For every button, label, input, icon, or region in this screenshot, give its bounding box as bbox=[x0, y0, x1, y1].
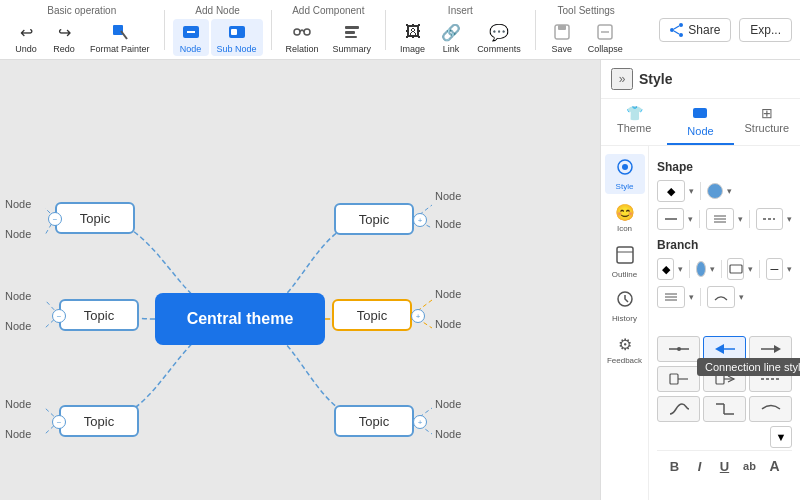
topic-node-t6[interactable]: Topic bbox=[334, 405, 414, 437]
shape-color-dot[interactable] bbox=[707, 183, 723, 199]
history-side-label: History bbox=[612, 314, 637, 323]
shape-row-1: ◆ ▾ ▾ bbox=[657, 180, 792, 202]
topic-node-t1[interactable]: Topic bbox=[55, 202, 135, 234]
link-button[interactable]: 🔗 Link bbox=[433, 19, 469, 56]
side-icon-btn[interactable]: 😊 Icon bbox=[605, 198, 645, 238]
shape-line-btn[interactable] bbox=[657, 208, 684, 230]
format-painter-button[interactable]: Format Painter bbox=[84, 19, 156, 56]
basic-op-label: Basic operation bbox=[47, 5, 116, 16]
align-btn[interactable] bbox=[706, 208, 733, 230]
branch-section-title: Branch bbox=[657, 238, 792, 252]
side-style-btn[interactable]: Style bbox=[605, 154, 645, 194]
undo-button[interactable]: ↩ Undo bbox=[8, 19, 44, 56]
conn-btn-8[interactable] bbox=[703, 396, 746, 422]
side-feedback-btn[interactable]: ⚙ Feedback bbox=[605, 330, 645, 370]
topic-node-t3[interactable]: Topic bbox=[59, 299, 139, 331]
toolbar: Basic operation ↩ Undo ↪ Redo Format Pai… bbox=[0, 0, 800, 60]
branch-fill-btn[interactable]: ◆ bbox=[657, 258, 674, 280]
node-tab-icon bbox=[667, 105, 733, 124]
tab-structure[interactable]: ⊞ Structure bbox=[734, 99, 800, 145]
outline-icon bbox=[616, 246, 634, 268]
topic-node-t4[interactable]: Topic bbox=[332, 299, 412, 331]
svg-point-51 bbox=[677, 347, 681, 351]
sub-node-icon bbox=[226, 21, 248, 43]
svg-point-6 bbox=[294, 29, 300, 35]
bold-btn[interactable]: B bbox=[665, 455, 684, 477]
expand-t1[interactable]: − bbox=[48, 212, 62, 226]
expand-t5[interactable]: − bbox=[52, 415, 66, 429]
branch-line2-btn[interactable]: ─ bbox=[766, 258, 783, 280]
underline-btn[interactable]: U bbox=[715, 455, 734, 477]
side-history-btn[interactable]: History bbox=[605, 286, 645, 326]
topic-label-t4: Topic bbox=[357, 308, 387, 323]
shape-fill-arrow: ▾ bbox=[689, 186, 694, 196]
italic-btn[interactable]: I bbox=[690, 455, 709, 477]
div2 bbox=[699, 210, 700, 228]
svg-rect-5 bbox=[231, 29, 237, 35]
style-icon bbox=[616, 158, 634, 180]
conn-btn-7[interactable] bbox=[657, 396, 700, 422]
relation-button[interactable]: Relation bbox=[280, 19, 325, 56]
tab-theme[interactable]: 👕 Theme bbox=[601, 99, 667, 145]
dash-arrow: ▾ bbox=[787, 214, 792, 224]
expand-t6[interactable]: + bbox=[413, 415, 427, 429]
topic-label-t2: Topic bbox=[359, 212, 389, 227]
div4 bbox=[689, 260, 690, 278]
conn-btn-9[interactable] bbox=[749, 396, 792, 422]
topic-node-t5[interactable]: Topic bbox=[59, 405, 139, 437]
conn-btn-4[interactable] bbox=[657, 366, 700, 392]
redo-button[interactable]: ↪ Redo bbox=[46, 19, 82, 56]
dropdown-btn[interactable]: ▼ bbox=[770, 426, 792, 448]
feedback-side-label: Feedback bbox=[607, 356, 642, 365]
toolbar-group-basic: Basic operation ↩ Undo ↪ Redo Format Pai… bbox=[8, 3, 156, 56]
topic-node-t2[interactable]: Topic bbox=[334, 203, 414, 235]
svg-rect-32 bbox=[693, 108, 707, 118]
node-label-4: Node bbox=[435, 218, 461, 230]
expand-t3[interactable]: − bbox=[52, 309, 66, 323]
node-label-11: Node bbox=[435, 398, 461, 410]
image-icon: 🖼 bbox=[402, 21, 424, 43]
dash-btn[interactable] bbox=[756, 208, 783, 230]
conn-btn-1[interactable] bbox=[657, 336, 700, 362]
font-size-btn[interactable]: A bbox=[765, 455, 784, 477]
div6 bbox=[759, 260, 760, 278]
history-icon bbox=[616, 290, 634, 312]
collapse-button[interactable]: Collapse bbox=[582, 19, 629, 56]
side-outline-btn[interactable]: Outline bbox=[605, 242, 645, 282]
save-button[interactable]: Save bbox=[544, 19, 580, 56]
div1 bbox=[700, 182, 701, 200]
undo-label: Undo bbox=[15, 44, 37, 54]
sub-node-button[interactable]: Sub Node bbox=[211, 19, 263, 56]
summary-button[interactable]: Summary bbox=[327, 19, 378, 56]
comments-button[interactable]: 💬 Comments bbox=[471, 19, 527, 56]
br-color-arrow: ▾ bbox=[710, 264, 715, 274]
central-node[interactable]: Central theme bbox=[155, 293, 325, 345]
style-side-label: Style bbox=[616, 182, 634, 191]
branch-color-dot[interactable] bbox=[696, 261, 706, 277]
br-curve-arrow: ▾ bbox=[739, 292, 744, 302]
sub-node-label: Sub Node bbox=[217, 44, 257, 54]
toolbar-group-add-component: Add Component Relation Summary bbox=[280, 3, 378, 56]
topic-label-t3: Topic bbox=[84, 308, 114, 323]
shape-color-arrow: ▾ bbox=[727, 186, 732, 196]
node-label-12: Node bbox=[435, 428, 461, 440]
branch-rect-btn[interactable] bbox=[727, 258, 744, 280]
sep3 bbox=[385, 10, 386, 50]
expand-t2[interactable]: + bbox=[413, 213, 427, 227]
image-button[interactable]: 🖼 Image bbox=[394, 19, 431, 56]
icon-side-label: Icon bbox=[617, 224, 632, 233]
strikethrough-btn[interactable]: ab bbox=[740, 455, 759, 477]
branch-align-btn[interactable] bbox=[657, 286, 685, 308]
export-button[interactable]: Exp... bbox=[739, 18, 792, 42]
conn-tooltip: Connection line style bbox=[697, 358, 800, 376]
shape-fill-btn[interactable]: ◆ bbox=[657, 180, 685, 202]
expand-t4[interactable]: + bbox=[411, 309, 425, 323]
branch-curve-btn[interactable] bbox=[707, 286, 735, 308]
topic-label-t1: Topic bbox=[80, 211, 110, 226]
br-fill-arrow: ▾ bbox=[678, 264, 683, 274]
panel-collapse-btn[interactable]: » bbox=[611, 68, 633, 90]
mind-map-canvas[interactable]: Central theme Topic − Topic + Topic − To… bbox=[0, 60, 600, 500]
node-button[interactable]: Node bbox=[173, 19, 209, 56]
tab-node[interactable]: Node bbox=[667, 99, 733, 145]
share-button[interactable]: Share bbox=[659, 18, 731, 42]
